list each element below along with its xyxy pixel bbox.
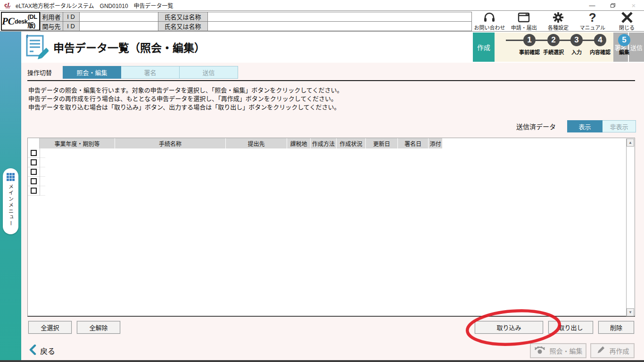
row-checkbox[interactable] <box>31 169 37 175</box>
select-all-button[interactable]: 全選択 <box>28 321 72 334</box>
inquiry-edit-button[interactable]: 照会・編集 <box>530 343 586 358</box>
user-id-grid: 利用者 I D 氏名又は名称 関与先 I D 氏名又は名称 <box>40 12 471 31</box>
table-scrollbar[interactable]: ▲ ▼ <box>626 139 634 316</box>
step-3-label: 入力 <box>571 48 582 56</box>
table-row <box>28 177 635 186</box>
mode-switch-label: 操作切替 <box>27 68 52 77</box>
header-divider <box>27 80 635 81</box>
column-create-method: 作成方法 <box>311 138 337 148</box>
import-button[interactable]: 取り込み <box>475 321 543 334</box>
settings-button[interactable]: 各種設定 <box>541 11 576 32</box>
user-id-field[interactable] <box>79 12 158 22</box>
eltax-logo: eL TAX <box>2 1 13 9</box>
table-row <box>28 167 635 177</box>
main-menu-label: メインメニュー <box>7 184 15 227</box>
step-4-label: 内容確認 <box>589 48 611 56</box>
tab-sign[interactable]: 署名 <box>121 66 180 79</box>
show-button[interactable]: 表示 <box>567 120 603 132</box>
grid-menu-icon <box>7 173 15 181</box>
step-2-circle: 2 <box>547 34 560 46</box>
workflow-stepper: 作成 1 2 3 4 5 事前確認 手続選択 入力 内容確認 編集 署名 送信 <box>473 33 644 62</box>
recreate-button[interactable]: 再作成 <box>590 343 635 358</box>
sent-data-toggle: 送信済データ 表示 非表示 <box>516 120 636 132</box>
column-attachment: 添付 <box>429 138 443 148</box>
hide-button[interactable]: 非表示 <box>603 120 636 132</box>
scroll-up-icon[interactable]: ▲ <box>627 139 634 147</box>
row-checkbox[interactable] <box>31 150 37 156</box>
step-4-circle: 4 <box>594 34 606 46</box>
row-checkbox[interactable] <box>31 178 37 184</box>
table-body <box>28 148 635 196</box>
chevron-left-icon <box>29 345 36 357</box>
client-name-field[interactable] <box>207 21 472 31</box>
declaration-data-table: 事業年度・期別等 手続名称 提出先 課税地 作成方法 作成状況 更新日 署名日 … <box>27 138 635 317</box>
window-bottom-border <box>0 360 644 362</box>
instruction-line-3: 申告データを取り込む場合は「取り込み」ボタン、出力する場合は「取り出し」ボタンを… <box>28 103 343 112</box>
sent-data-label: 送信済データ <box>516 122 556 131</box>
export-button[interactable]: 取り出し <box>548 321 593 334</box>
row-checkbox[interactable] <box>31 188 37 194</box>
row-checkbox[interactable] <box>31 159 37 165</box>
tab-send[interactable]: 送信 <box>180 66 238 79</box>
manual-button[interactable]: ? マニュアル <box>575 11 610 32</box>
step-3-circle: 3 <box>570 34 583 46</box>
mode-switch-row: 操作切替 照会・編集 署名 送信 <box>27 66 238 79</box>
user-label: 利用者 <box>40 12 63 22</box>
column-separator <box>40 148 40 196</box>
left-sidebar: メインメニュー <box>0 32 21 360</box>
table-row <box>28 148 635 158</box>
column-submit-to: 提出先 <box>226 138 287 148</box>
main-menu-button[interactable]: メインメニュー <box>3 168 18 234</box>
headset-icon <box>483 12 495 23</box>
pencil-icon <box>596 346 605 356</box>
instruction-line-2: 申告データの再作成を行う場合は、もととなる申告データを選択し、「再作成」ボタンを… <box>28 95 343 103</box>
contact-button[interactable]: お問い合わせ <box>472 11 507 32</box>
back-button[interactable]: 戻る <box>29 345 55 357</box>
column-create-status: 作成状況 <box>337 138 366 148</box>
checkbox-column-header <box>28 138 40 148</box>
column-procedure-name: 手続名称 <box>115 138 226 148</box>
client-id-field[interactable] <box>79 21 158 31</box>
table-header-row: 事業年度・期別等 手続名称 提出先 課税地 作成方法 作成状況 更新日 署名日 … <box>28 138 635 148</box>
column-signed-date: 署名日 <box>398 138 429 148</box>
close-app-button[interactable]: 閉じる <box>610 11 644 32</box>
question-icon: ? <box>589 12 596 23</box>
gear-icon <box>552 12 564 23</box>
table-row <box>28 186 635 196</box>
page-title: 申告データ一覧（照会・編集） <box>53 39 205 55</box>
user-id-label: I D <box>63 12 80 22</box>
step-5-circle-active: 5 <box>618 34 630 46</box>
restore-button[interactable] <box>603 0 623 10</box>
step-1-label: 事前確認 <box>518 48 541 56</box>
client-id-label: I D <box>63 21 80 31</box>
step-2-label: 手続選択 <box>542 48 565 56</box>
table-row <box>28 158 635 167</box>
stepper-steps: 1 2 3 4 5 事前確認 手続選択 入力 内容確認 編集 <box>495 33 613 62</box>
document-pencil-icon <box>25 34 49 63</box>
window-controls: — × <box>582 0 644 10</box>
minimize-button[interactable]: — <box>582 0 603 10</box>
close-window-button[interactable]: × <box>623 0 644 10</box>
delete-button[interactable]: 削除 <box>598 321 634 334</box>
app-header: PCdesk(DL版) 利用者 I D 氏名又は名称 関与先 I D 氏名又は名… <box>0 10 644 32</box>
eye-icon <box>534 346 545 356</box>
application-report-button[interactable]: 申請・届出 <box>507 11 541 32</box>
user-name-label: 氏名又は名称 <box>158 12 208 22</box>
header-toolbar: お問い合わせ 申請・届出 <box>472 11 644 32</box>
column-fiscal-year: 事業年度・期別等 <box>40 138 115 148</box>
close-x-icon <box>621 12 633 23</box>
step-5-label: 編集 <box>619 48 630 56</box>
user-name-field[interactable] <box>207 12 472 22</box>
client-name-label: 氏名又は名称 <box>158 21 208 31</box>
restore-icon <box>611 3 615 8</box>
step-1-circle: 1 <box>523 34 536 46</box>
column-tax-place: 課税地 <box>287 138 311 148</box>
tab-inquiry-edit[interactable]: 照会・編集 <box>63 66 121 79</box>
window-titlebar: eL TAX eLTAX地方税ポータルシステム GND01010 申告データ一覧… <box>0 0 644 10</box>
deselect-all-button[interactable]: 全解除 <box>77 321 120 334</box>
column-updated-date: 更新日 <box>366 138 398 148</box>
window-title: eLTAX地方税ポータルシステム GND01010 申告データ一覧 <box>16 1 173 9</box>
scroll-down-icon[interactable]: ▼ <box>627 308 634 316</box>
stepper-phase-create: 作成 <box>473 33 495 62</box>
instruction-line-1: 申告データの照会・編集を行います。対象の申告データを選択し、「照会・編集」ボタン… <box>28 86 343 95</box>
